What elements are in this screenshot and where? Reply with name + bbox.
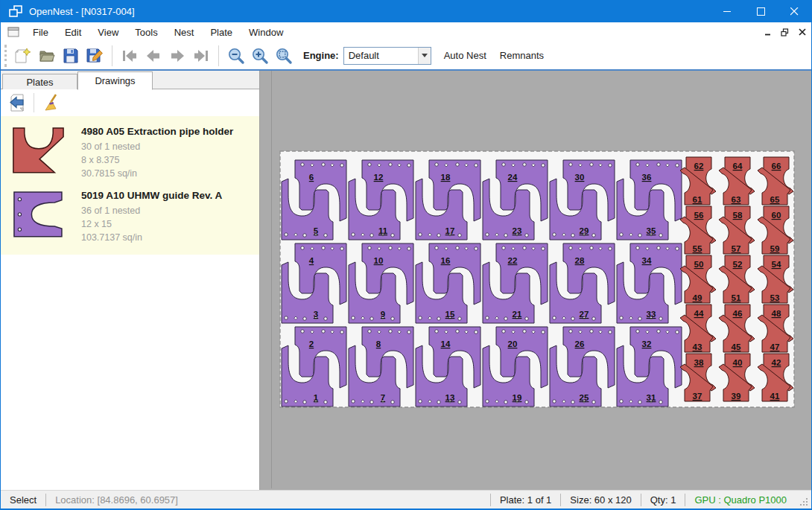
nest-canvas[interactable]: 6 5 4 3 2 1 12 11 10 9 8 7 18 17 16 15 1… <box>260 71 811 490</box>
clean-drawings-button[interactable] <box>39 92 64 114</box>
engine-combobox[interactable]: Default <box>343 47 431 65</box>
mdi-restore-button[interactable] <box>777 25 793 39</box>
svg-text:65: 65 <box>770 195 780 204</box>
menu-item-nest[interactable]: Nest <box>166 24 203 41</box>
maximize-button[interactable] <box>744 0 778 22</box>
svg-text:7: 7 <box>381 393 385 402</box>
save-button[interactable] <box>59 45 83 67</box>
drawing-thumbnail <box>8 124 81 180</box>
zoom-in-icon <box>251 47 269 65</box>
first-plate-button[interactable] <box>118 45 142 67</box>
svg-text:61: 61 <box>693 195 702 204</box>
drawing-size: 8 x 8.375 <box>81 153 253 167</box>
drawing-area: 103.7137 sq/in <box>81 231 253 244</box>
drawing-title: 4980 A05 Extraction pipe holder <box>81 126 253 137</box>
tab-drawings[interactable]: Drawings <box>77 71 153 90</box>
svg-text:49: 49 <box>693 293 702 302</box>
zoom-out-button[interactable] <box>224 45 248 67</box>
svg-text:19: 19 <box>513 393 522 402</box>
last-plate-button[interactable] <box>189 45 213 67</box>
svg-text:21: 21 <box>513 310 522 319</box>
svg-text:36: 36 <box>642 173 652 182</box>
svg-text:16: 16 <box>441 256 451 265</box>
svg-text:11: 11 <box>378 226 388 235</box>
mdi-close-button[interactable] <box>794 25 810 39</box>
import-drawing-button[interactable] <box>5 92 31 114</box>
svg-text:14: 14 <box>441 340 451 348</box>
svg-text:20: 20 <box>508 340 518 348</box>
svg-text:44: 44 <box>694 309 704 318</box>
nest-plate-view[interactable]: 6 5 4 3 2 1 12 11 10 9 8 7 18 17 16 15 1… <box>260 71 812 488</box>
svg-text:45: 45 <box>732 342 741 351</box>
open-folder-button[interactable] <box>35 45 59 67</box>
new-file-icon <box>14 47 32 65</box>
svg-text:42: 42 <box>772 358 781 367</box>
svg-text:3: 3 <box>314 310 318 319</box>
svg-text:5: 5 <box>314 226 319 235</box>
status-plate: Plate: 1 of 1 <box>491 494 560 506</box>
drawing-thumbnail-claw <box>8 127 69 175</box>
svg-text:33: 33 <box>647 310 656 319</box>
mdi-minimize-button[interactable] <box>760 25 775 39</box>
tab-plates[interactable]: Plates <box>2 74 77 89</box>
mdi-restore-icon <box>781 28 789 36</box>
svg-text:47: 47 <box>770 342 780 351</box>
drawings-toolbar <box>1 89 259 116</box>
window-title: OpenNest - [N0317-004] <box>29 6 711 17</box>
svg-text:4: 4 <box>309 256 314 265</box>
save-icon <box>62 47 80 65</box>
svg-text:40: 40 <box>733 358 743 367</box>
status-location: Location: [84.8696, 60.6957] <box>46 494 187 506</box>
new-file-button[interactable] <box>11 45 35 67</box>
drawing-list-item[interactable]: 4980 A05 Extraction pipe holder 30 of 1 … <box>1 121 259 185</box>
svg-text:6: 6 <box>309 173 314 182</box>
toolbar-grip[interactable] <box>4 45 7 67</box>
status-size: Size: 60 x 120 <box>561 494 640 506</box>
close-button[interactable] <box>778 0 811 22</box>
svg-text:2: 2 <box>309 340 314 348</box>
svg-text:66: 66 <box>772 162 781 170</box>
menu-item-view[interactable]: View <box>89 24 127 41</box>
svg-text:22: 22 <box>508 256 518 265</box>
zoom-fit-icon <box>275 47 293 65</box>
zoom-fit-button[interactable] <box>272 45 296 67</box>
svg-text:60: 60 <box>772 211 781 220</box>
save-as-button[interactable] <box>83 45 107 67</box>
previous-plate-button[interactable] <box>142 45 165 67</box>
broom-icon <box>42 93 61 112</box>
menu-item-plate[interactable]: Plate <box>202 24 241 41</box>
svg-text:51: 51 <box>732 293 741 302</box>
svg-text:53: 53 <box>770 293 780 302</box>
save-as-icon <box>86 47 104 65</box>
drawing-list-item[interactable]: 5019 A10 UHMW guide Rev. A 36 of 1 neste… <box>1 185 259 249</box>
svg-text:57: 57 <box>732 244 741 253</box>
svg-text:64: 64 <box>733 162 743 170</box>
drawing-nested-count: 30 of 1 nested <box>81 140 253 153</box>
auto-nest-button[interactable]: Auto Nest <box>437 45 493 66</box>
menu-item-file[interactable]: File <box>25 24 57 41</box>
svg-text:9: 9 <box>381 310 385 319</box>
next-plate-button[interactable] <box>165 45 189 67</box>
svg-text:46: 46 <box>733 309 743 318</box>
status-bar: Select Location: [84.8696, 60.6957] Plat… <box>1 490 811 510</box>
engine-dropdown-button[interactable] <box>418 48 431 64</box>
menu-item-window[interactable]: Window <box>241 24 291 41</box>
svg-text:23: 23 <box>513 226 522 235</box>
svg-text:35: 35 <box>647 226 656 235</box>
svg-text:27: 27 <box>580 310 589 319</box>
menu-item-tools[interactable]: Tools <box>127 24 165 41</box>
menu-bar: FileEditViewToolsNestPlateWindow <box>1 22 811 42</box>
svg-text:8: 8 <box>376 340 381 348</box>
resize-grip[interactable] <box>799 497 809 507</box>
svg-text:62: 62 <box>694 162 704 170</box>
minimize-button[interactable] <box>711 0 744 22</box>
menu-item-edit[interactable]: Edit <box>57 24 89 41</box>
svg-text:41: 41 <box>770 392 780 401</box>
svg-text:1: 1 <box>314 393 319 402</box>
svg-text:58: 58 <box>733 211 743 220</box>
previous-plate-icon <box>145 47 162 65</box>
plate[interactable] <box>280 151 794 407</box>
zoom-in-button[interactable] <box>248 45 272 67</box>
remnants-button[interactable]: Remnants <box>493 45 551 66</box>
opennest-window: OpenNest - [N0317-004] FileEditViewTools… <box>0 0 812 510</box>
